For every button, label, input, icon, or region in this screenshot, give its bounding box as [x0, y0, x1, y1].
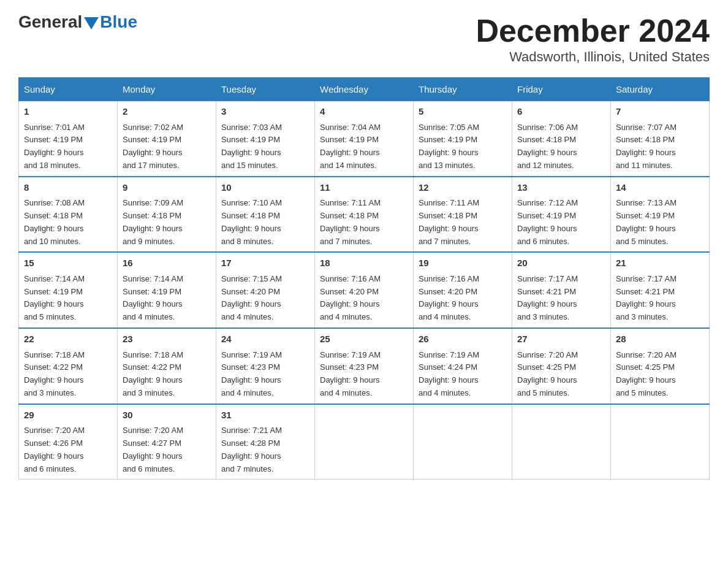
- calendar-cell: 25 Sunrise: 7:19 AM Sunset: 4:23 PM Dayl…: [315, 328, 414, 404]
- calendar-cell: 7 Sunrise: 7:07 AM Sunset: 4:18 PM Dayli…: [611, 101, 710, 177]
- calendar-cell: 10 Sunrise: 7:10 AM Sunset: 4:18 PM Dayl…: [216, 177, 315, 253]
- calendar-cell: 8 Sunrise: 7:08 AM Sunset: 4:18 PM Dayli…: [19, 177, 118, 253]
- calendar-cell: 2 Sunrise: 7:02 AM Sunset: 4:19 PM Dayli…: [118, 101, 216, 177]
- calendar-cell: [414, 404, 512, 480]
- calendar-cell: [315, 404, 414, 480]
- day-info: Sunrise: 7:02 AM Sunset: 4:19 PM Dayligh…: [123, 121, 211, 172]
- day-number: 20: [517, 256, 605, 270]
- calendar-header-wednesday: Wednesday: [315, 78, 414, 101]
- calendar-cell: 20 Sunrise: 7:17 AM Sunset: 4:21 PM Dayl…: [512, 252, 611, 328]
- calendar-week-row: 15 Sunrise: 7:14 AM Sunset: 4:19 PM Dayl…: [19, 252, 710, 328]
- day-info: Sunrise: 7:11 AM Sunset: 4:18 PM Dayligh…: [419, 197, 507, 248]
- day-number: 8: [24, 181, 112, 195]
- day-number: 29: [24, 408, 112, 423]
- day-number: 21: [616, 256, 704, 270]
- day-info: Sunrise: 7:17 AM Sunset: 4:21 PM Dayligh…: [517, 273, 605, 324]
- calendar-cell: 9 Sunrise: 7:09 AM Sunset: 4:18 PM Dayli…: [118, 177, 216, 253]
- day-number: 23: [123, 332, 211, 347]
- day-number: 18: [320, 256, 408, 270]
- calendar-cell: 23 Sunrise: 7:18 AM Sunset: 4:22 PM Dayl…: [118, 328, 216, 404]
- calendar-cell: 6 Sunrise: 7:06 AM Sunset: 4:18 PM Dayli…: [512, 101, 611, 177]
- day-number: 25: [320, 332, 408, 347]
- day-number: 13: [517, 181, 605, 195]
- day-number: 22: [24, 332, 112, 347]
- day-number: 4: [320, 105, 408, 119]
- calendar-header-sunday: Sunday: [19, 78, 118, 101]
- day-info: Sunrise: 7:08 AM Sunset: 4:18 PM Dayligh…: [24, 197, 112, 248]
- day-info: Sunrise: 7:18 AM Sunset: 4:22 PM Dayligh…: [24, 349, 112, 400]
- day-info: Sunrise: 7:16 AM Sunset: 4:20 PM Dayligh…: [419, 273, 507, 324]
- calendar-cell: 27 Sunrise: 7:20 AM Sunset: 4:25 PM Dayl…: [512, 328, 611, 404]
- day-number: 16: [123, 256, 211, 270]
- calendar-cell: 31 Sunrise: 7:21 AM Sunset: 4:28 PM Dayl…: [216, 404, 315, 480]
- calendar-cell: 14 Sunrise: 7:13 AM Sunset: 4:19 PM Dayl…: [611, 177, 710, 253]
- day-number: 27: [517, 332, 605, 347]
- page-header: General Blue December 2024 Wadsworth, Il…: [18, 12, 710, 65]
- day-number: 15: [24, 256, 112, 270]
- location-label: Wadsworth, Illinois, United States: [476, 49, 710, 65]
- day-info: Sunrise: 7:16 AM Sunset: 4:20 PM Dayligh…: [320, 273, 408, 324]
- calendar-header-row: SundayMondayTuesdayWednesdayThursdayFrid…: [19, 78, 710, 101]
- calendar-cell: 28 Sunrise: 7:20 AM Sunset: 4:25 PM Dayl…: [611, 328, 710, 404]
- day-number: 30: [123, 408, 211, 423]
- day-number: 24: [221, 332, 309, 347]
- day-number: 9: [123, 181, 211, 195]
- calendar-cell: [512, 404, 611, 480]
- logo: General Blue: [18, 12, 137, 32]
- day-number: 3: [221, 105, 309, 119]
- calendar-cell: 13 Sunrise: 7:12 AM Sunset: 4:19 PM Dayl…: [512, 177, 611, 253]
- calendar-week-row: 8 Sunrise: 7:08 AM Sunset: 4:18 PM Dayli…: [19, 177, 710, 253]
- day-info: Sunrise: 7:03 AM Sunset: 4:19 PM Dayligh…: [221, 121, 309, 172]
- calendar-cell: 29 Sunrise: 7:20 AM Sunset: 4:26 PM Dayl…: [19, 404, 118, 480]
- day-info: Sunrise: 7:07 AM Sunset: 4:18 PM Dayligh…: [616, 121, 704, 172]
- day-info: Sunrise: 7:18 AM Sunset: 4:22 PM Dayligh…: [123, 349, 211, 400]
- day-info: Sunrise: 7:14 AM Sunset: 4:19 PM Dayligh…: [24, 273, 112, 324]
- calendar-cell: 17 Sunrise: 7:15 AM Sunset: 4:20 PM Dayl…: [216, 252, 315, 328]
- calendar-table: SundayMondayTuesdayWednesdayThursdayFrid…: [18, 77, 710, 480]
- day-info: Sunrise: 7:13 AM Sunset: 4:19 PM Dayligh…: [616, 197, 704, 248]
- calendar-cell: 24 Sunrise: 7:19 AM Sunset: 4:23 PM Dayl…: [216, 328, 315, 404]
- calendar-cell: 30 Sunrise: 7:20 AM Sunset: 4:27 PM Dayl…: [118, 404, 216, 480]
- day-info: Sunrise: 7:11 AM Sunset: 4:18 PM Dayligh…: [320, 197, 408, 248]
- calendar-header-saturday: Saturday: [611, 78, 710, 101]
- day-number: 7: [616, 105, 704, 119]
- calendar-cell: 11 Sunrise: 7:11 AM Sunset: 4:18 PM Dayl…: [315, 177, 414, 253]
- title-section: December 2024 Wadsworth, Illinois, Unite…: [476, 12, 710, 65]
- day-info: Sunrise: 7:09 AM Sunset: 4:18 PM Dayligh…: [123, 197, 211, 248]
- calendar-cell: 16 Sunrise: 7:14 AM Sunset: 4:19 PM Dayl…: [118, 252, 216, 328]
- day-info: Sunrise: 7:21 AM Sunset: 4:28 PM Dayligh…: [221, 424, 309, 475]
- day-info: Sunrise: 7:14 AM Sunset: 4:19 PM Dayligh…: [123, 273, 211, 324]
- day-info: Sunrise: 7:10 AM Sunset: 4:18 PM Dayligh…: [221, 197, 309, 248]
- day-info: Sunrise: 7:19 AM Sunset: 4:24 PM Dayligh…: [419, 349, 507, 400]
- calendar-cell: 26 Sunrise: 7:19 AM Sunset: 4:24 PM Dayl…: [414, 328, 512, 404]
- day-number: 17: [221, 256, 309, 270]
- logo-general-text: General: [18, 12, 82, 32]
- calendar-cell: 1 Sunrise: 7:01 AM Sunset: 4:19 PM Dayli…: [19, 101, 118, 177]
- day-info: Sunrise: 7:06 AM Sunset: 4:18 PM Dayligh…: [517, 121, 605, 172]
- day-info: Sunrise: 7:20 AM Sunset: 4:26 PM Dayligh…: [24, 424, 112, 475]
- day-info: Sunrise: 7:20 AM Sunset: 4:25 PM Dayligh…: [517, 349, 605, 400]
- day-number: 28: [616, 332, 704, 347]
- calendar-header-friday: Friday: [512, 78, 611, 101]
- day-info: Sunrise: 7:12 AM Sunset: 4:19 PM Dayligh…: [517, 197, 605, 248]
- day-info: Sunrise: 7:04 AM Sunset: 4:19 PM Dayligh…: [320, 121, 408, 172]
- day-info: Sunrise: 7:15 AM Sunset: 4:20 PM Dayligh…: [221, 273, 309, 324]
- calendar-cell: 18 Sunrise: 7:16 AM Sunset: 4:20 PM Dayl…: [315, 252, 414, 328]
- logo-blue-text: Blue: [100, 12, 137, 32]
- day-number: 1: [24, 105, 112, 119]
- day-number: 5: [419, 105, 507, 119]
- calendar-cell: 15 Sunrise: 7:14 AM Sunset: 4:19 PM Dayl…: [19, 252, 118, 328]
- day-number: 11: [320, 181, 408, 195]
- day-info: Sunrise: 7:20 AM Sunset: 4:27 PM Dayligh…: [123, 424, 211, 475]
- calendar-header-thursday: Thursday: [414, 78, 512, 101]
- day-number: 12: [419, 181, 507, 195]
- calendar-cell: 19 Sunrise: 7:16 AM Sunset: 4:20 PM Dayl…: [414, 252, 512, 328]
- calendar-cell: 22 Sunrise: 7:18 AM Sunset: 4:22 PM Dayl…: [19, 328, 118, 404]
- day-number: 14: [616, 181, 704, 195]
- day-info: Sunrise: 7:01 AM Sunset: 4:19 PM Dayligh…: [24, 121, 112, 172]
- calendar-cell: [611, 404, 710, 480]
- month-title: December 2024: [476, 12, 710, 49]
- day-number: 19: [419, 256, 507, 270]
- day-info: Sunrise: 7:19 AM Sunset: 4:23 PM Dayligh…: [221, 349, 309, 400]
- day-info: Sunrise: 7:17 AM Sunset: 4:21 PM Dayligh…: [616, 273, 704, 324]
